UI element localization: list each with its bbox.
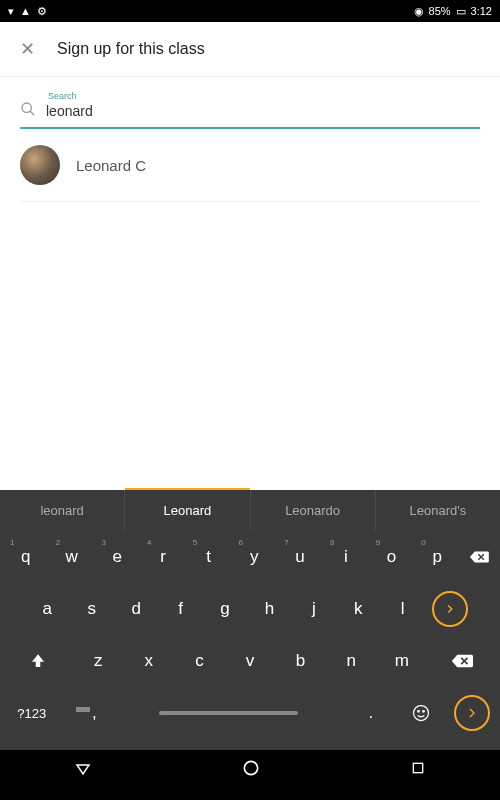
key-o[interactable]: 9o (370, 536, 414, 578)
warning-icon: ▲ (20, 5, 31, 17)
key-row-2: asdfghjkl (4, 588, 496, 630)
comma-key[interactable]: , (63, 692, 109, 734)
key-m[interactable]: m (377, 640, 426, 682)
search-input[interactable] (46, 103, 480, 119)
suggestion-0[interactable]: leonard (0, 490, 125, 530)
result-name: Leonard C (76, 157, 146, 174)
search-row[interactable] (20, 101, 480, 129)
suggestion-indicator (125, 488, 250, 490)
suggestion-1[interactable]: Leonard (125, 490, 250, 530)
key-r[interactable]: 4r (141, 536, 185, 578)
backspace-key[interactable] (428, 640, 496, 682)
signal-icon: ▾ (8, 5, 14, 18)
nav-bar (0, 750, 500, 790)
key-e[interactable]: 3e (95, 536, 139, 578)
list-item[interactable]: Leonard C (20, 129, 480, 202)
backspace-icon[interactable] (461, 536, 496, 578)
battery-icon: ▭ (456, 5, 466, 18)
svg-point-5 (244, 761, 257, 774)
key-q[interactable]: 1q (4, 536, 48, 578)
key-u[interactable]: 7u (278, 536, 322, 578)
svg-rect-6 (413, 763, 422, 772)
key-row-1: 1q2w3e4r5t6y7u8i9o0p (4, 536, 496, 578)
svg-point-4 (423, 711, 425, 713)
svg-point-2 (413, 706, 428, 721)
key-a[interactable]: a (26, 588, 68, 630)
key-g[interactable]: g (204, 588, 246, 630)
suggestion-bar: leonard Leonard Leonardo Leonard's (0, 490, 500, 530)
results-list: Leonard C (0, 129, 500, 202)
key-s[interactable]: s (70, 588, 112, 630)
symbols-key[interactable]: ?123 (4, 692, 59, 734)
home-button[interactable] (241, 758, 261, 782)
key-t[interactable]: 5t (187, 536, 231, 578)
key-c[interactable]: c (175, 640, 224, 682)
avatar (20, 145, 60, 185)
svg-point-0 (22, 103, 31, 112)
key-i[interactable]: 8i (324, 536, 368, 578)
key-w[interactable]: 2w (50, 536, 94, 578)
key-k[interactable]: k (337, 588, 379, 630)
keyboard-area: leonard Leonard Leonardo Leonard's 1q2w3… (0, 490, 500, 750)
key-x[interactable]: x (125, 640, 174, 682)
recent-button[interactable] (410, 760, 426, 780)
period-key[interactable]: . (348, 692, 394, 734)
battery-percent: 85% (429, 5, 451, 17)
app-container: ✕ Sign up for this class Search Leonard … (0, 22, 500, 490)
back-button[interactable] (74, 759, 92, 781)
key-h[interactable]: h (248, 588, 290, 630)
key-row-4: ?123 , . (4, 692, 496, 734)
key-y[interactable]: 6y (233, 536, 277, 578)
key-b[interactable]: b (276, 640, 325, 682)
key-z[interactable]: z (74, 640, 123, 682)
enter-key[interactable] (454, 695, 490, 731)
search-area: Search (0, 77, 500, 129)
header: ✕ Sign up for this class (0, 22, 500, 77)
key-d[interactable]: d (115, 588, 157, 630)
close-icon[interactable]: ✕ (20, 38, 35, 60)
shift-key[interactable] (4, 640, 72, 682)
key-row-3: zxcvbnm (4, 640, 496, 682)
clock: 3:12 (471, 5, 492, 17)
status-bar: ▾ ▲ ⚙ ◉ 85% ▭ 3:12 (0, 0, 500, 22)
suggestion-3[interactable]: Leonard's (376, 490, 500, 530)
settings-icon: ⚙ (37, 5, 47, 18)
emoji-key[interactable] (398, 692, 444, 734)
key-v[interactable]: v (226, 640, 275, 682)
wifi-icon: ◉ (414, 5, 424, 18)
suggestion-2[interactable]: Leonardo (251, 490, 376, 530)
svg-line-1 (30, 111, 34, 115)
key-p[interactable]: 0p (415, 536, 459, 578)
key-j[interactable]: j (293, 588, 335, 630)
search-label: Search (48, 91, 480, 101)
key-f[interactable]: f (159, 588, 201, 630)
key-n[interactable]: n (327, 640, 376, 682)
search-icon (20, 101, 36, 121)
page-title: Sign up for this class (57, 40, 205, 58)
keyboard: 1q2w3e4r5t6y7u8i9o0p asdfghjkl zxcvbnm ?… (0, 530, 500, 750)
space-key[interactable] (113, 692, 343, 734)
next-key[interactable] (432, 591, 468, 627)
svg-point-3 (418, 711, 420, 713)
key-l[interactable]: l (382, 588, 424, 630)
